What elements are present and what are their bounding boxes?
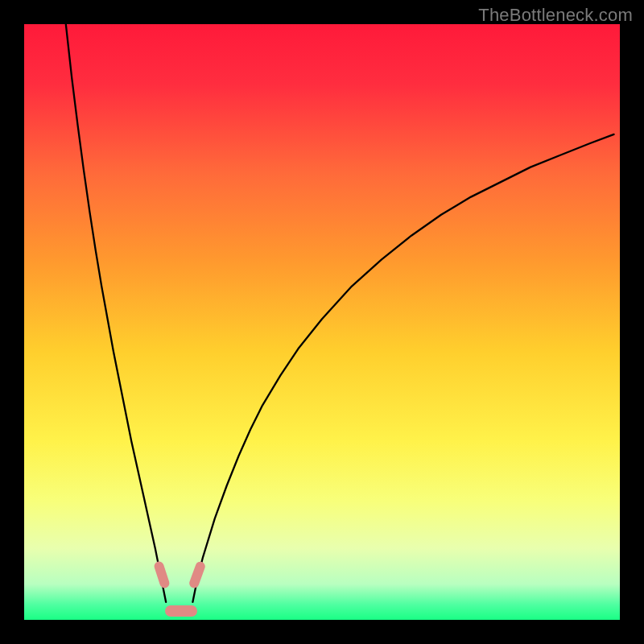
chart-frame: TheBottleneck.com (0, 0, 644, 644)
plot-area (24, 24, 620, 620)
left-branch-curve (66, 24, 166, 602)
right-branch-curve (192, 134, 613, 602)
marker-bottom (165, 605, 197, 616)
curve-layer (24, 24, 620, 620)
watermark-text: TheBottleneck.com (478, 5, 633, 26)
